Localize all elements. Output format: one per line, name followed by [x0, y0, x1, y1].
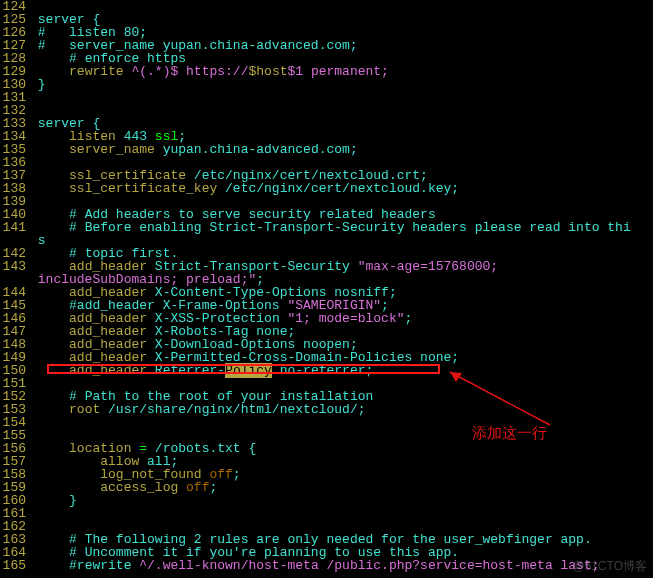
code-line[interactable]: access_log off; [30, 481, 653, 494]
code-token: add_header [69, 363, 155, 378]
code-line[interactable]: #rewrite ^/.well-known/host-meta /public… [30, 559, 653, 572]
code-token: $1 permanent; [288, 64, 389, 79]
code-token: "1; mode=block" [287, 311, 404, 326]
code-token [38, 363, 69, 378]
code-line[interactable] [30, 0, 653, 13]
code-token [38, 558, 69, 573]
code-token: server_name [69, 142, 163, 157]
code-token: # Before enabling Strict-Transport-Secur… [69, 220, 631, 235]
code-token [38, 142, 69, 157]
code-token: yupan.china-advanced.com; [163, 142, 358, 157]
code-line[interactable] [30, 91, 653, 104]
line-number-gutter: 1241251261271281291301311321331341351361… [0, 0, 30, 572]
code-token: access_log [100, 480, 186, 495]
code-token: ; [209, 480, 217, 495]
code-token: /usr/share/nginx/html/nextcloud/; [108, 402, 365, 417]
code-token: /etc/nginx/cert/nextcloud.key; [225, 181, 459, 196]
line-number: 143 [0, 260, 26, 273]
code-token: rewrite [69, 64, 131, 79]
code-token [38, 493, 69, 508]
code-token: ^(.*)$ https:// [131, 64, 248, 79]
code-line[interactable]: # Before enabling Strict-Transport-Secur… [30, 221, 653, 234]
code-line[interactable]: server_name yupan.china-advanced.com; [30, 143, 653, 156]
line-number: 141 [0, 221, 26, 234]
code-token: Referrer- [155, 363, 225, 378]
code-token: $host [248, 64, 287, 79]
code-line[interactable]: } [30, 494, 653, 507]
code-line[interactable] [30, 416, 653, 429]
code-token: } [69, 493, 77, 508]
code-token: Policy [225, 363, 272, 378]
code-token: } [38, 77, 46, 92]
code-line[interactable]: root /usr/share/nginx/html/nextcloud/; [30, 403, 653, 416]
code-token: { [248, 441, 256, 456]
code-line[interactable]: rewrite ^(.*)$ https://$host$1 permanent… [30, 65, 653, 78]
code-area[interactable]: server { # listen 80; # server_name yupa… [30, 0, 653, 572]
code-editor: 1241251261271281291301311321331341351361… [0, 0, 653, 572]
code-line[interactable] [30, 104, 653, 117]
code-token: "max-age=15768000; [358, 259, 498, 274]
code-token [38, 181, 69, 196]
code-line[interactable]: ssl_certificate_key /etc/nginx/cert/next… [30, 182, 653, 195]
code-token: ; [233, 467, 241, 482]
line-number: 165 [0, 559, 26, 572]
code-line[interactable]: } [30, 78, 653, 91]
code-line[interactable]: add_header Referrer-Policy no-referrer; [30, 364, 653, 377]
annotation-text: 添加这一行 [472, 425, 547, 440]
code-token: off [186, 480, 209, 495]
code-token: #rewrite [69, 558, 139, 573]
code-token: root [69, 402, 108, 417]
code-token: ssl_certificate_key [69, 181, 225, 196]
code-token: ; [405, 311, 413, 326]
code-token [38, 402, 69, 417]
code-line[interactable] [30, 507, 653, 520]
code-token: ^/.well-known/host-meta /public.php?serv… [139, 558, 599, 573]
code-token: no-referrer; [272, 363, 373, 378]
